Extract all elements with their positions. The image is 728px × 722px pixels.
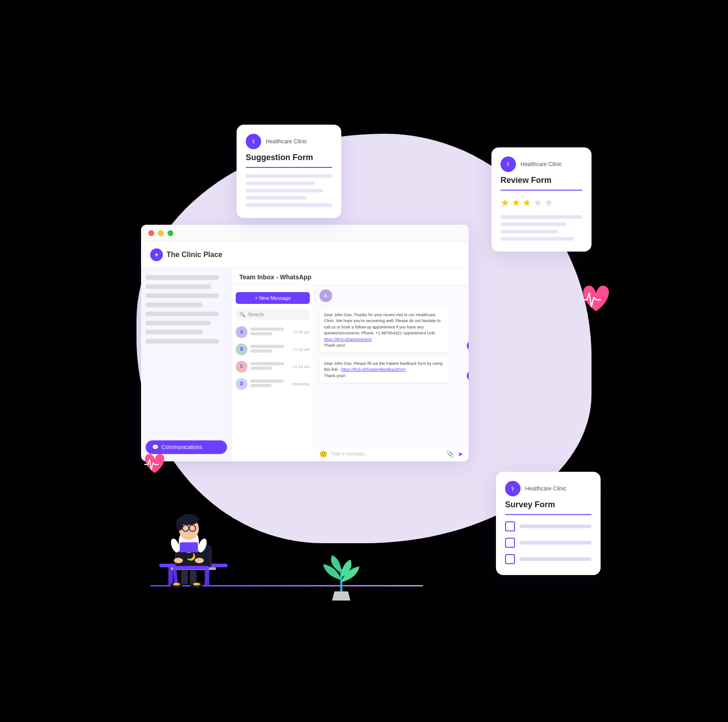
contact-preview-line [250,367,272,370]
contact-time: 12:05 pm [293,330,310,334]
attachment-icon[interactable]: 📎 [446,450,454,458]
contact-info [250,379,289,389]
form-line [500,222,566,226]
contact-preview-line [250,384,272,387]
contact-time: Yesterday [292,382,310,386]
heart-ecg-top-right [578,284,614,316]
form-line [500,237,574,241]
sidebar-item [146,293,219,298]
svg-point-19 [176,518,183,530]
checkbox-label-3 [520,557,592,561]
inbox-panel: Team Inbox - WhatsApp + New Message 🔍 Se… [232,268,469,461]
star-4: ★ [533,197,542,209]
dot-maximize[interactable] [167,230,173,236]
browser-content: 💬 Communications Team Inbox - WhatsApp +… [141,268,469,461]
survey-form-icon: ⚕ [505,481,521,496]
person-illustration: 🌙 [150,493,232,593]
feedback-link[interactable]: https://thcli.pl/f/patientfeedbackform [341,367,406,372]
checkbox-label-1 [520,525,592,528]
star-rating: ★ ★ ★ ★ ★ [500,197,582,209]
clinic-name-label: The Clinic Place [167,251,222,259]
survey-form-header: ⚕ Healthcare Clinic [505,481,592,496]
contact-item[interactable]: C 11:15 am [232,358,313,375]
send-icon[interactable]: ➤ [458,450,463,458]
clinic-logo-bar: + The Clinic Place [141,242,469,268]
contact-avatar: B [236,343,248,355]
form-line [246,189,324,192]
chat-input-bar: 🙂 Type a message... 📎 ➤ [314,446,469,461]
star-1: ★ [500,197,510,209]
form-line [500,230,558,233]
review-form-title: Review Form [500,176,582,185]
sidebar-item [146,284,211,289]
comm-icon: 💬 [152,444,159,450]
emoji-icon[interactable]: 🙂 [319,450,327,458]
contact-item[interactable]: B 11:42 am [232,341,313,358]
checkbox-2[interactable] [505,538,515,548]
chat-send-icon: ⚕ [467,341,469,351]
contacts-list: + New Message 🔍 Search A 12:05 pm [232,285,314,461]
sidebar-item [146,330,202,334]
search-icon: 🔍 [239,312,246,318]
checkbox-row-3 [505,554,592,564]
message-input-placeholder[interactable]: Type a message... [331,451,443,456]
contact-preview-line [250,349,272,353]
chat-message-1: Dear John Doe, Thanks for your recent vi… [319,308,463,353]
contact-name-line [250,362,284,365]
survey-form-title: Survey Form [505,500,592,510]
plant-decoration [314,541,369,602]
svg-text:🌙: 🌙 [187,552,196,561]
appointment-link[interactable]: https://thcli.pl/appointment [324,337,372,342]
suggestion-form-title: Suggestion Form [246,153,332,162]
survey-checkbox-list [505,521,592,564]
suggestion-form-clinic-name: Healthcare Clinic [266,138,307,145]
review-form-header: ⚕ Healthcare Clinic [500,157,582,172]
svg-point-13 [195,558,204,563]
form-line [246,203,332,207]
chat-avatar: A [319,289,332,302]
svg-point-28 [193,583,200,586]
sidebar-item [146,303,202,307]
clinic-icon: + [150,248,163,261]
suggestion-form-lines [246,174,332,207]
survey-form-divider [505,514,592,515]
checkbox-label-2 [520,541,592,545]
checkbox-1[interactable] [505,521,515,531]
form-line [246,182,315,185]
checkbox-3[interactable] [505,554,515,564]
suggestion-form-divider [246,167,332,168]
review-form-lines [500,215,582,241]
contact-preview-line [250,332,272,335]
dot-minimize[interactable] [158,230,164,236]
review-form-icon: ⚕ [500,157,516,172]
suggestion-form-header: ⚕ Healthcare Clinic [246,134,332,149]
form-line [246,174,332,178]
contact-item[interactable]: A 12:05 pm [232,323,313,341]
new-message-button[interactable]: + New Message [236,292,310,304]
contact-avatar: D [236,378,248,390]
contact-info [250,362,290,371]
search-placeholder: Search [248,312,264,317]
contact-time: 11:42 am [293,347,310,352]
svg-rect-24 [173,566,209,570]
survey-form-card: ⚕ Healthcare Clinic Survey Form [496,472,601,575]
svg-point-12 [174,558,183,563]
search-bar[interactable]: 🔍 Search [236,309,310,320]
sidebar: 💬 Communications [141,268,232,461]
sidebar-item [146,275,219,280]
svg-rect-22 [181,571,188,584]
review-form-card: ⚕ Healthcare Clinic Review Form ★ ★ ★ ★ … [491,147,592,252]
star-5: ★ [544,197,553,209]
review-form-divider [500,190,582,191]
contact-avatar: C [236,361,248,373]
checkbox-row-1 [505,521,592,531]
sidebar-item [146,312,219,316]
dot-close[interactable] [148,230,154,236]
chat-bubble: Dear John Doe, Thanks for your recent vi… [319,308,449,353]
suggestion-form-card: ⚕ Healthcare Clinic Suggestion Form [237,125,341,218]
contact-item[interactable]: D Yesterday [232,375,313,393]
comm-label: Communications [162,444,202,450]
inbox-title: Team Inbox - WhatsApp [232,268,469,285]
contact-name-line [250,328,284,331]
checkbox-row-2 [505,538,592,548]
